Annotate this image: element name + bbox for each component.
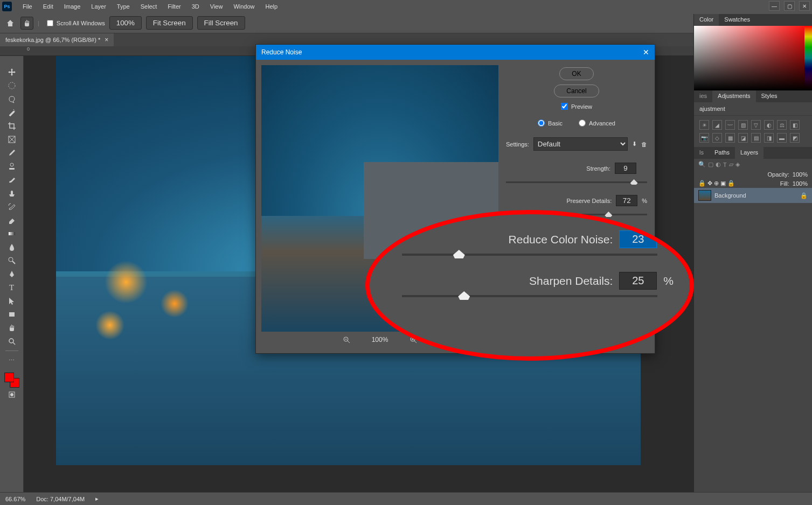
cancel-button[interactable]: Cancel — [554, 85, 599, 97]
zoom-out-icon[interactable] — [343, 336, 350, 343]
document-tab[interactable]: feskekorka.jpg @ 66,7% (RGB/8#) * × — [0, 33, 114, 46]
lasso-tool-icon[interactable] — [4, 93, 19, 106]
menu-layer[interactable]: Layer — [86, 0, 112, 13]
fill-value[interactable]: 100% — [793, 180, 808, 187]
gradient-tool-icon[interactable] — [4, 227, 19, 240]
document-tab-close-icon[interactable]: × — [105, 36, 108, 44]
menu-view[interactable]: View — [205, 0, 228, 13]
menu-window[interactable]: Window — [228, 0, 260, 13]
menu-help[interactable]: Help — [260, 0, 283, 13]
strength-slider[interactable] — [506, 181, 647, 183]
ok-button[interactable]: OK — [559, 67, 593, 80]
basic-radio-wrap[interactable]: Basic — [538, 120, 563, 127]
menu-3d[interactable]: 3D — [186, 0, 205, 13]
menu-filter[interactable]: Filter — [162, 0, 186, 13]
properties-tab-clipped[interactable]: ies — [694, 90, 712, 102]
hand-tool-icon[interactable] — [20, 17, 33, 30]
layer-row-background[interactable]: Background 🔒 — [694, 188, 812, 203]
home-icon[interactable] — [4, 17, 16, 29]
minimize-button[interactable]: — — [769, 1, 780, 11]
vibrance-icon[interactable]: ▽ — [751, 120, 761, 130]
brush-tool-icon[interactable] — [4, 173, 19, 186]
gradient-map-icon[interactable]: ▬ — [777, 133, 787, 143]
frame-tool-icon[interactable] — [4, 133, 19, 146]
menu-type[interactable]: Type — [112, 0, 135, 13]
quick-mask-icon[interactable] — [4, 388, 19, 401]
color-swatches[interactable] — [4, 373, 19, 388]
filter-image-icon[interactable]: ▢ — [708, 161, 713, 168]
status-zoom[interactable]: 66.67% — [5, 496, 25, 502]
menu-select[interactable]: Select — [135, 0, 163, 13]
hue-slider[interactable] — [804, 26, 812, 90]
reduce-color-noise-slider[interactable] — [402, 254, 657, 256]
layers-tab[interactable]: Layers — [735, 147, 764, 159]
history-brush-tool-icon[interactable] — [4, 200, 19, 213]
dialog-titlebar[interactable]: Reduce Noise ✕ — [256, 45, 655, 60]
color-lookup-icon[interactable]: ▦ — [725, 133, 735, 143]
levels-icon[interactable]: ◢ — [712, 120, 722, 130]
healing-brush-tool-icon[interactable] — [4, 160, 19, 173]
path-selection-tool-icon[interactable] — [4, 294, 19, 307]
zoom-tool-icon[interactable] — [4, 335, 19, 348]
status-doc-size[interactable]: Doc: 7,04M/7,04M — [36, 496, 85, 502]
channel-mixer-icon[interactable]: ◇ — [712, 133, 722, 143]
selective-color-icon[interactable]: ◩ — [790, 133, 800, 143]
dodge-tool-icon[interactable] — [4, 254, 19, 267]
invert-icon[interactable]: ◪ — [738, 133, 748, 143]
color-tab[interactable]: Color — [694, 14, 719, 26]
color-picker[interactable] — [694, 26, 812, 90]
menu-file[interactable]: File — [17, 0, 38, 13]
preserve-details-input[interactable] — [616, 195, 637, 206]
foreground-color-swatch[interactable] — [4, 373, 14, 382]
bw-icon[interactable]: ◧ — [790, 120, 800, 130]
exposure-icon[interactable]: ▧ — [738, 120, 748, 130]
edit-toolbar-icon[interactable]: ⋯ — [4, 354, 19, 367]
fill-screen-button[interactable]: Fill Screen — [197, 16, 245, 30]
maximize-button[interactable]: ▢ — [784, 1, 795, 11]
layer-filter-icon[interactable]: 🔍 — [698, 161, 706, 168]
curves-icon[interactable]: 〰 — [725, 120, 735, 130]
settings-select[interactable]: Default — [533, 137, 628, 151]
rectangle-tool-icon[interactable] — [4, 308, 19, 321]
eraser-tool-icon[interactable] — [4, 214, 19, 227]
clone-stamp-tool-icon[interactable] — [4, 187, 19, 200]
filter-smart-icon[interactable]: ◈ — [735, 161, 740, 168]
channels-tab-clipped[interactable]: ls — [694, 147, 709, 159]
blur-tool-icon[interactable] — [4, 241, 19, 254]
sharpen-details-input[interactable] — [619, 272, 657, 290]
hand-tool-icon[interactable] — [4, 321, 19, 334]
color-balance-icon[interactable]: ⚖ — [777, 120, 787, 130]
swatches-tab[interactable]: Swatches — [719, 14, 755, 26]
hue-sat-icon[interactable]: ◐ — [764, 120, 774, 130]
dialog-close-icon[interactable]: ✕ — [643, 48, 649, 57]
pen-tool-icon[interactable] — [4, 268, 19, 280]
menu-edit[interactable]: Edit — [38, 0, 59, 13]
basic-radio[interactable] — [538, 120, 545, 127]
sharpen-details-slider[interactable] — [402, 295, 657, 297]
type-tool-icon[interactable]: T — [4, 281, 19, 294]
posterize-icon[interactable]: ▤ — [751, 133, 761, 143]
strength-input[interactable] — [615, 163, 636, 174]
fit-screen-button[interactable]: Fit Screen — [146, 16, 193, 30]
layer-lock-icon[interactable]: 🔒 — [800, 192, 808, 199]
adjustments-tab[interactable]: Adjustments — [712, 90, 756, 102]
save-preset-icon[interactable]: ⬇ — [632, 141, 637, 148]
zoom-100-button[interactable]: 100% — [109, 16, 142, 30]
filter-type-icon[interactable]: T — [723, 162, 727, 168]
filter-adjust-icon[interactable]: ◐ — [716, 161, 721, 168]
status-expand-icon[interactable]: ▸ — [95, 495, 99, 502]
move-tool-icon[interactable] — [4, 66, 19, 79]
advanced-radio-wrap[interactable]: Advanced — [579, 120, 615, 127]
photo-filter-icon[interactable]: 📷 — [699, 133, 709, 143]
delete-preset-icon[interactable]: 🗑 — [641, 141, 647, 148]
threshold-icon[interactable]: ◨ — [764, 133, 774, 143]
eyedropper-tool-icon[interactable] — [4, 146, 19, 159]
filter-shape-icon[interactable]: ▱ — [729, 161, 733, 168]
close-button[interactable]: ✕ — [799, 1, 810, 11]
magic-wand-tool-icon[interactable] — [4, 106, 19, 119]
styles-tab[interactable]: Styles — [756, 90, 783, 102]
advanced-radio[interactable] — [579, 120, 586, 127]
marquee-tool-icon[interactable] — [4, 79, 19, 92]
crop-tool-icon[interactable] — [4, 120, 19, 132]
menu-image[interactable]: Image — [59, 0, 86, 13]
